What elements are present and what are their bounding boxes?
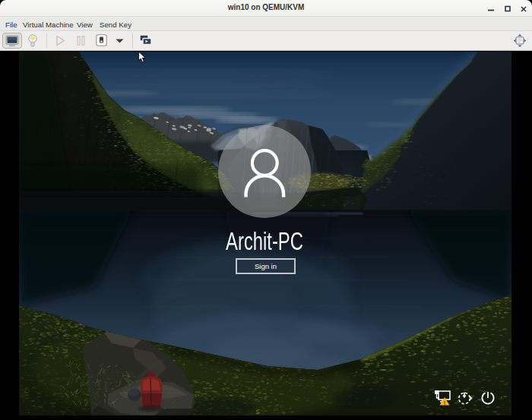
svg-text:!: ! (444, 399, 446, 406)
